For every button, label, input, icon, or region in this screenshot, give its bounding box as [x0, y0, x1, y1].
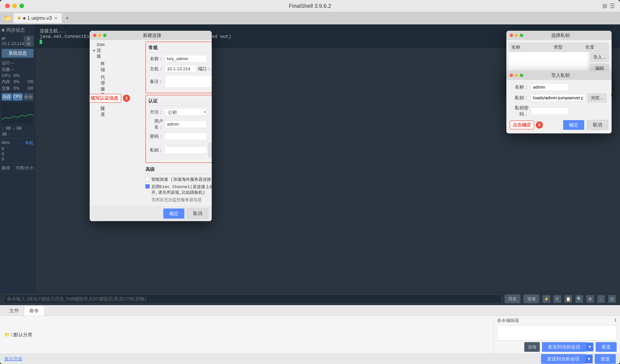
sidebar-tab-cpu[interactable]: CPU: [13, 93, 23, 101]
maximize-button[interactable]: [19, 4, 24, 8]
tree-tunnel[interactable]: – 隧道: [95, 105, 107, 118]
history-button[interactable]: 历史: [505, 295, 520, 303]
import-key-close[interactable]: [510, 74, 513, 77]
host-input[interactable]: [165, 65, 196, 73]
terminal-cursor: [40, 40, 42, 44]
import-private-key-dialog[interactable]: 导入私钥 名称： 私钥： 浏览...: [506, 71, 612, 133]
section-general: 常规: [148, 45, 212, 52]
cmd-options-button[interactable]: 选项: [524, 342, 540, 352]
new-conn-close[interactable]: [93, 34, 96, 37]
tab-file[interactable]: 文件: [4, 306, 24, 316]
sysinfo-button[interactable]: 系统信息: [2, 49, 33, 58]
select-key-titlebar: 选择私钥: [506, 31, 612, 40]
import-key-button[interactable]: 导入...: [590, 53, 609, 62]
send-to-button[interactable]: 发送到当前会话: [542, 342, 586, 352]
import-key-minimize[interactable]: [515, 74, 518, 77]
import-browse-button[interactable]: 浏览...: [588, 93, 606, 102]
tab-close-icon[interactable]: ✕: [54, 15, 58, 21]
ping-row: 0ms 本机: [2, 140, 33, 146]
terminal-area[interactable]: 连接主机... java.net.ConnectException: Opera…: [35, 24, 620, 48]
app-title: FinalShell 3.9.6.2: [289, 3, 331, 9]
footer-send-to-dropdown[interactable]: ▾: [585, 355, 593, 363]
import-key-maximize[interactable]: [520, 74, 523, 77]
send-button[interactable]: 发送: [596, 342, 617, 352]
arrow-up-icon: ↑: [2, 125, 4, 131]
expand-icon[interactable]: ⊡: [608, 295, 616, 303]
import-privkey-row: 私钥： 浏览... 4 选中密钥文件: [510, 93, 608, 102]
download-icon[interactable]: ↓: [597, 295, 605, 303]
import-confirm-button[interactable]: 确定: [563, 120, 584, 130]
cpu-row: CPU 0%: [2, 73, 33, 78]
adv-check1[interactable]: [145, 177, 150, 181]
new-conn-titlebar: 新建连接 1 新建连接窗口: [90, 31, 212, 40]
pass-label: 密码：: [148, 133, 163, 139]
divider1: [2, 138, 33, 138]
import-cancel-button[interactable]: 取消: [587, 120, 608, 130]
grid-icon[interactable]: ⊞: [602, 2, 607, 9]
tree-terminal[interactable]: – 终端: [95, 60, 107, 74]
file-icon[interactable]: 📋: [564, 295, 572, 303]
import-pass-label: 私钥密码：: [510, 105, 529, 117]
footer-send-to-button[interactable]: 发送到当前会话: [541, 354, 585, 364]
footer-send-button[interactable]: 发送: [595, 354, 616, 364]
command-input[interactable]: [4, 295, 501, 303]
new-conn-body: ▼ SSH连接 – 终端 –: [90, 40, 212, 206]
load-row: 负载 –: [2, 67, 33, 72]
select-key-maximize[interactable]: [520, 34, 523, 37]
bottom-footer: 激活/升级 发送到当前会话 ▾ 发送: [0, 353, 620, 364]
close-button[interactable]: [5, 4, 10, 8]
send-to-dropdown[interactable]: ▾: [586, 343, 593, 351]
copy-icon[interactable]: ⎘: [554, 295, 561, 303]
activate-link[interactable]: 激活/升级: [4, 356, 22, 362]
tree-proxy[interactable]: – 代理服务器: [95, 74, 107, 105]
sidebar-tab-mem[interactable]: 内存: [2, 93, 12, 101]
import-privkey-input[interactable]: [531, 94, 586, 102]
select-key-close[interactable]: [510, 34, 513, 37]
mem-row: 内存 0% 0/0: [2, 79, 33, 85]
new-connection-dialog[interactable]: 新建连接 1 新建连接窗口 ▼: [90, 31, 212, 221]
import-pass-input[interactable]: [531, 107, 569, 115]
menu-icon[interactable]: ☰: [610, 2, 615, 9]
annotation5-box: 点击确定: [510, 121, 534, 129]
sidebar-tab-cmd[interactable]: 命令: [23, 93, 33, 101]
import-name-input[interactable]: [531, 83, 569, 91]
privkey-input[interactable]: [165, 146, 207, 154]
app-window: FinalShell 3.9.6.2 ⊞ ☰ 📁 ● 1 uejms-v3 ✕ …: [0, 0, 620, 364]
method-select[interactable]: 公钥: [165, 108, 207, 116]
new-conn-cancel-button[interactable]: 取消: [187, 209, 208, 219]
name-label: 名称：: [148, 56, 163, 62]
tab-command[interactable]: 命令: [24, 305, 44, 316]
ip-label: IP 10.1.13.114: [2, 36, 24, 46]
new-conn-minimize[interactable]: [98, 34, 101, 37]
net-up-val: 9B: [6, 126, 11, 131]
add-tab-button[interactable]: +: [63, 14, 71, 22]
port-label: 端口：: [198, 66, 211, 72]
select-key-minimize[interactable]: [515, 34, 518, 37]
new-conn-confirm-button[interactable]: 确定: [163, 209, 184, 219]
send-to-group: 发送到当前会话 ▾: [542, 342, 593, 352]
options-button[interactable]: 选项: [524, 295, 539, 303]
cmd-editor-area[interactable]: [497, 325, 617, 340]
import-name-row: 名称：: [510, 83, 608, 91]
tab-active[interactable]: ● 1 uejms-v3 ✕: [14, 13, 62, 23]
adv-check2[interactable]: ✓: [145, 184, 150, 189]
note-input[interactable]: [165, 75, 212, 88]
lightning-icon[interactable]: ⚡: [542, 295, 550, 303]
titlebar: FinalShell 3.9.6.2 ⊞ ☰: [0, 0, 620, 12]
copy-ip-button[interactable]: 复制: [24, 36, 33, 47]
name-input[interactable]: [165, 55, 207, 62]
tree-terminal-icon: –: [97, 65, 99, 69]
net-down-val: 6B: [16, 126, 21, 131]
minimize-button[interactable]: [12, 4, 17, 8]
tree-ssh[interactable]: ▼ SSH连接: [91, 42, 107, 60]
select-key-title: 选择私钥: [525, 32, 596, 39]
folder-icon[interactable]: 📁: [3, 14, 12, 22]
browse-privkey-button[interactable]: 浏览...: [209, 143, 212, 157]
swap-right: 0/0: [28, 86, 33, 91]
pass-input[interactable]: [165, 133, 207, 140]
user-input[interactable]: [165, 120, 207, 128]
adv-check2-label: 启用Exec Channel(若连接上就被断开,请关闭该项,比如跳板机): [151, 184, 212, 195]
search-icon[interactable]: 🔍: [575, 295, 583, 303]
gear-icon[interactable]: ⚙: [586, 295, 594, 303]
new-conn-maximize[interactable]: [103, 34, 107, 37]
